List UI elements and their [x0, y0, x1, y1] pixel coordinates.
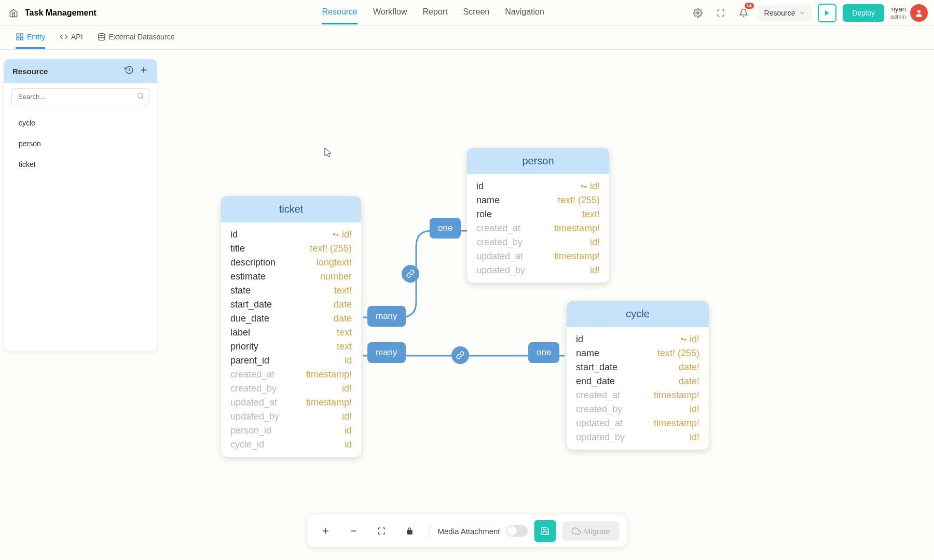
app-title: Task Management	[25, 8, 97, 18]
link-icon	[406, 270, 415, 278]
field-name: created_at	[476, 223, 520, 234]
subnav-external[interactable]: External Datasource	[98, 26, 175, 49]
relation-one-2[interactable]: one	[528, 342, 559, 363]
field-row: updated_byid!	[476, 263, 600, 277]
field-type: text! (255)	[558, 195, 600, 206]
sidebar: Resource cycle person ticket	[4, 59, 157, 351]
field-row: nametext! (255)	[476, 193, 600, 207]
field-type: id!	[342, 383, 352, 394]
relation-many-1[interactable]: many	[367, 306, 406, 327]
history-button[interactable]	[125, 65, 134, 77]
expand-icon	[717, 9, 725, 17]
zoom-in-button[interactable]	[314, 520, 336, 542]
sidebar-item-ticket[interactable]: ticket	[4, 154, 157, 175]
field-type: id	[345, 355, 352, 366]
nav-screen[interactable]: Screen	[463, 1, 490, 24]
field-row: updated_attimestamp!	[576, 416, 699, 430]
notification-count: 14	[745, 3, 754, 9]
media-toggle[interactable]	[506, 525, 528, 537]
field-type: id!	[590, 237, 600, 248]
bottom-toolbar: Media Attachment Migrate	[307, 515, 626, 547]
field-type: timestamp!	[306, 369, 352, 380]
home-button[interactable]	[6, 6, 21, 20]
add-button[interactable]	[139, 65, 148, 77]
field-type: id!	[342, 411, 352, 422]
field-row: nametext! (255)	[576, 346, 699, 360]
field-type: timestamp!	[554, 223, 600, 234]
avatar	[910, 4, 928, 22]
entity-person-title: person	[467, 148, 609, 174]
plus-icon	[139, 65, 148, 75]
field-name: created_by	[576, 404, 622, 415]
subnav-api[interactable]: API	[60, 26, 83, 49]
field-name: end_date	[576, 376, 615, 387]
search-input[interactable]	[11, 88, 149, 105]
deploy-button[interactable]: Deploy	[843, 4, 884, 22]
relation-one-1[interactable]: one	[430, 218, 461, 239]
field-name: updated_by	[476, 265, 525, 276]
nav-workflow[interactable]: Workflow	[373, 1, 407, 24]
field-name: name	[476, 195, 500, 206]
field-row: created_attimestamp!	[476, 221, 600, 235]
field-type: text	[337, 327, 352, 338]
entity-ticket-fields: idid!titletext! (255)descriptionlongtext…	[221, 222, 361, 457]
field-name: cycle_id	[230, 439, 264, 450]
topbar: Task Management Resource Workflow Report…	[0, 0, 934, 26]
svg-line-11	[142, 97, 143, 98]
user-role: admin	[890, 13, 906, 20]
field-type: id!	[690, 432, 699, 443]
field-row: prioritytext	[230, 340, 352, 354]
field-name: parent_id	[230, 355, 269, 366]
zoom-out-button[interactable]	[342, 520, 364, 542]
field-name: estimate	[230, 271, 266, 282]
svg-rect-4	[20, 34, 23, 36]
sidebar-item-person[interactable]: person	[4, 133, 157, 154]
svg-point-2	[917, 10, 921, 13]
subnav-entity[interactable]: Entity	[16, 26, 45, 49]
settings-button[interactable]	[690, 5, 706, 21]
relation-link-1[interactable]	[402, 265, 419, 283]
field-row: parent_idid	[230, 354, 352, 368]
field-name: label	[230, 327, 250, 338]
field-type: longtext!	[317, 257, 352, 268]
entity-cycle[interactable]: cycle idid!nametext! (255)start_datedate…	[567, 301, 709, 450]
save-icon	[541, 526, 550, 536]
field-type: timestamp!	[306, 397, 352, 408]
entity-ticket[interactable]: ticket idid!titletext! (255)descriptionl…	[221, 196, 361, 457]
nav-resource[interactable]: Resource	[322, 1, 358, 24]
user-block[interactable]: riyan admin	[890, 4, 928, 22]
save-button[interactable]	[534, 520, 556, 542]
entity-person[interactable]: person idid!nametext! (255)roletext!crea…	[467, 148, 609, 283]
relation-link-2[interactable]	[451, 346, 469, 364]
migrate-button[interactable]: Migrate	[562, 521, 620, 541]
play-icon	[823, 9, 831, 17]
field-row: created_attimestamp!	[230, 368, 352, 382]
fit-icon	[377, 527, 386, 535]
field-row: updated_attimestamp!	[476, 249, 600, 263]
fit-button[interactable]	[370, 520, 392, 542]
field-name: created_by	[476, 237, 523, 248]
cloud-icon	[572, 526, 581, 536]
field-row: descriptionlongtext!	[230, 256, 352, 270]
svg-point-0	[696, 11, 699, 14]
subnav: Entity API External Datasource	[0, 26, 934, 50]
history-icon	[125, 65, 134, 75]
field-name: priority	[230, 341, 258, 352]
entity-ticket-title: ticket	[221, 196, 361, 222]
search-icon	[137, 92, 144, 102]
play-button[interactable]	[818, 4, 836, 22]
sidebar-item-cycle[interactable]: cycle	[4, 113, 157, 133]
field-type: id!	[690, 404, 699, 415]
field-row: labeltext	[230, 326, 352, 340]
nav-report[interactable]: Report	[423, 1, 448, 24]
field-row: person_idid	[230, 424, 352, 438]
relation-many-2[interactable]: many	[367, 342, 406, 363]
resource-dropdown[interactable]: Resource	[758, 5, 812, 21]
fullscreen-button[interactable]	[712, 5, 729, 21]
nav-navigation[interactable]: Navigation	[505, 1, 544, 24]
search-wrap	[4, 83, 157, 110]
notifications-button[interactable]: 14	[735, 5, 752, 21]
lock-button[interactable]	[399, 520, 420, 542]
divider	[429, 524, 429, 538]
field-name: name	[576, 348, 599, 359]
